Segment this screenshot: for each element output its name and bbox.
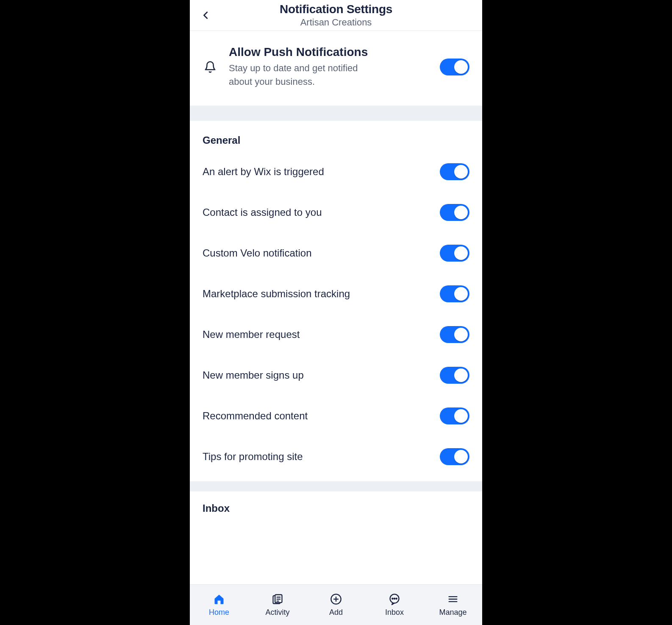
row-label: An alert by Wix is triggered [203,166,324,178]
general-row: New member request [203,314,469,355]
nav-add[interactable]: Add [307,585,365,625]
row-label: Custom Velo notification [203,247,311,259]
back-button[interactable] [198,8,214,23]
toggle-marketplace-tracking[interactable] [440,285,469,302]
header-bar: Notification Settings Artisan Creations [190,0,482,31]
section-divider [190,106,482,121]
general-row: Marketplace submission tracking [203,273,469,314]
activity-icon [271,593,284,605]
nav-label: Manage [439,608,467,617]
row-label: Tips for promoting site [203,451,303,463]
nav-inbox[interactable]: Inbox [365,585,424,625]
row-label: Recommended content [203,410,308,422]
toggle-custom-velo[interactable] [440,245,469,262]
chevron-left-icon [201,9,211,21]
general-row: An alert by Wix is triggered [203,151,469,192]
menu-icon [447,593,459,605]
svg-point-11 [396,598,397,599]
nav-manage[interactable]: Manage [424,585,482,625]
row-label: New member signs up [203,369,304,381]
general-row: Tips for promoting site [203,436,469,477]
general-row: Contact is assigned to you [203,192,469,233]
svg-point-9 [392,598,393,599]
bell-icon [203,59,218,75]
toggle-recommended-content[interactable] [440,407,469,424]
row-label: New member request [203,329,300,340]
allow-push-card: Allow Push Notifications Stay up to date… [190,31,482,106]
row-label: Contact is assigned to you [203,206,322,218]
toggle-alert-by-wix[interactable] [440,163,469,180]
nav-label: Inbox [385,608,404,617]
scroll-content: Allow Push Notifications Stay up to date… [190,31,482,584]
nav-home[interactable]: Home [190,585,248,625]
general-row: Recommended content [203,396,469,436]
svg-point-10 [394,598,395,599]
toggle-tips-promoting[interactable] [440,448,469,465]
nav-label: Home [209,608,229,617]
page-title: Notification Settings [190,3,482,16]
section-inbox: Inbox [190,491,482,514]
section-general: General An alert by Wix is triggered Con… [190,121,482,481]
section-title-inbox: Inbox [203,502,469,514]
push-toggle[interactable] [440,59,469,75]
chat-icon [388,593,401,605]
general-row: New member signs up [203,355,469,396]
nav-label: Add [329,608,343,617]
section-title-general: General [203,134,469,146]
toggle-new-member-signup[interactable] [440,367,469,384]
page-subtitle: Artisan Creations [190,17,482,28]
app-screen: Notification Settings Artisan Creations … [190,0,482,625]
toggle-contact-assigned[interactable] [440,204,469,221]
row-label: Marketplace submission tracking [203,288,350,300]
section-divider [190,481,482,491]
nav-activity[interactable]: Activity [248,585,307,625]
home-icon [213,593,225,605]
toggle-new-member-request[interactable] [440,326,469,343]
bottom-nav: Home Activity Add I [190,584,482,625]
nav-label: Activity [265,608,289,617]
push-description: Stay up to date and get notified about y… [229,61,381,89]
general-row: Custom Velo notification [203,233,469,273]
push-title: Allow Push Notifications [229,45,429,59]
add-icon [330,593,342,605]
